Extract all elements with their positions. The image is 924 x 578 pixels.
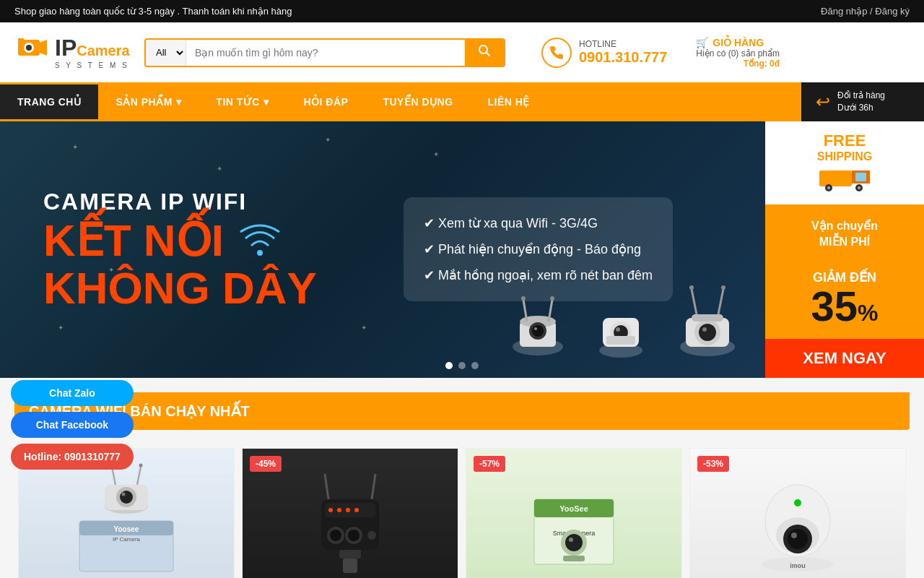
cart-area[interactable]: 🛒 GIỎ HÀNG Hiện có (0) sản phẩm Tổng: 0đ — [696, 37, 780, 69]
percent-sign: % — [858, 300, 878, 327]
svg-point-22 — [616, 327, 620, 332]
svg-rect-23 — [606, 336, 635, 345]
svg-marker-3 — [40, 40, 47, 56]
camera-image-3: YooSee Smart Camera — [523, 463, 624, 578]
nav-return[interactable]: ↩ Đổi trả hàng Dưới 36h — [801, 82, 924, 121]
search-bar: All — [144, 38, 505, 67]
chevron-down-icon-2: ▾ — [263, 96, 269, 108]
product-card-2[interactable]: -45% — [242, 448, 458, 578]
nav-item-news[interactable]: TIN TỨC ▾ — [199, 85, 286, 119]
svg-rect-34 — [819, 171, 852, 186]
banner-cameras — [505, 275, 744, 363]
navigation: TRANG CHỦ SẢN PHẨM ▾ TIN TỨC ▾ HỎI ĐÁP T… — [0, 82, 924, 121]
svg-point-61 — [328, 508, 333, 512]
svg-point-57 — [330, 530, 341, 541]
cart-title: 🛒 GIỎ HÀNG — [696, 37, 780, 48]
svg-point-2 — [26, 45, 32, 51]
svg-point-7 — [257, 250, 263, 256]
svg-point-63 — [346, 508, 350, 512]
svg-line-30 — [692, 289, 697, 314]
svg-line-52 — [137, 467, 141, 485]
discount-badge-3: -57% — [474, 456, 505, 472]
chat-facebook-button[interactable]: Chat Facebook — [11, 412, 134, 438]
van-chuyen-text: Vận chuyểnMIỄN PHÍ — [804, 211, 885, 258]
discount-percent: 35 — [811, 285, 858, 327]
xem-ngay-button[interactable]: XEM NGAY — [765, 339, 924, 378]
svg-rect-36 — [855, 173, 866, 181]
discount-badge-2: -45% — [250, 456, 282, 472]
header: IPCamera S Y S T E M S All HOTLINE 0901.… — [0, 22, 924, 82]
banner-line1: CAMERA IP WIFI — [43, 189, 317, 215]
svg-point-28 — [702, 327, 707, 332]
svg-text:Yoosee: Yoosee — [114, 525, 139, 533]
star-decoration-6: ✦ — [361, 324, 367, 332]
camera-image-1: Yoosee IP Camera — [72, 463, 180, 578]
nav-item-products[interactable]: SẢN PHẨM ▾ — [98, 85, 199, 119]
svg-rect-29 — [692, 314, 723, 322]
svg-point-82 — [791, 532, 797, 538]
svg-point-75 — [569, 538, 573, 542]
hotline-area: HOTLINE 0901.310.777 — [541, 38, 667, 68]
floating-buttons: Chat Zalo Chat Facebook Hotline: 0901310… — [11, 380, 134, 470]
product-card-4[interactable]: -53% imou — [689, 448, 906, 578]
svg-point-40 — [858, 186, 860, 189]
login-link[interactable]: Đăng nhập / Đăng ký — [821, 6, 910, 17]
return-text: Đổi trả hàng Dưới 36h — [837, 90, 885, 114]
free-shipping-box: FREE SHIPPING — [765, 121, 924, 207]
product-image-2: -45% — [243, 449, 458, 578]
svg-point-12 — [532, 325, 544, 337]
feature-2: ✔ Phát hiện chuyển động - Báo động — [424, 236, 653, 262]
dot-3[interactable] — [471, 362, 479, 369]
wifi-signal — [238, 223, 282, 259]
feature-1: ✔ Xem từ xa qua Wifi - 3G/4G — [424, 210, 653, 236]
svg-rect-4 — [18, 38, 24, 42]
svg-line-68 — [372, 474, 375, 499]
svg-text:IP Camera: IP Camera — [113, 536, 141, 543]
svg-line-6 — [487, 53, 490, 56]
banner-right-panel: FREE SHIPPING Vận chuyểnMIỄN PHÍ GIẢM ĐẾ… — [765, 121, 924, 378]
svg-point-33 — [721, 285, 725, 290]
banner-text: CAMERA IP WIFI KẾT NỐI KHÔNG DÂY — [0, 167, 360, 332]
cart-info: Hiện có (0) sản phẩm — [696, 48, 780, 59]
shipping-label: SHIPPING — [772, 150, 917, 163]
svg-point-59 — [348, 530, 359, 541]
nav-item-contact[interactable]: LIÊN HỆ — [471, 85, 547, 119]
logo[interactable]: IPCamera S Y S T E M S — [14, 31, 130, 74]
camera-image-4: imou — [747, 463, 848, 578]
search-category-select[interactable]: All — [146, 40, 186, 66]
product-card-3[interactable]: -57% YooSee Smart Camera — [466, 448, 682, 578]
nav-item-faq[interactable]: HỎI ĐÁP — [286, 85, 365, 119]
cart-icon: 🛒 — [696, 37, 708, 48]
product-image-3: -57% YooSee Smart Camera — [466, 449, 681, 578]
discount-badge-4: -53% — [697, 456, 729, 472]
svg-point-62 — [337, 508, 341, 512]
svg-point-49 — [122, 492, 126, 496]
chat-zalo-button[interactable]: Chat Zalo — [11, 380, 134, 406]
nav-item-recruitment[interactable]: TUYỂN DỤNG — [365, 85, 470, 119]
hotline-button[interactable]: Hotline: 0901310777 — [11, 444, 134, 470]
hero-banner: ✦ ✦ ✦ ✦ ✦ ✦ ✦ CAMERA IP WIFI KẾT NỐI KHÔ… — [0, 121, 924, 378]
free-label: FREE — [772, 131, 917, 150]
svg-text:YooSee: YooSee — [559, 504, 588, 513]
return-icon: ↩ — [816, 92, 830, 112]
search-input[interactable] — [186, 40, 465, 66]
svg-point-15 — [521, 296, 526, 301]
camera-2 — [592, 289, 650, 363]
main-content: CAMERA WIFI BÁN CHẠY NHẤT Yoosee IP Came… — [0, 392, 924, 578]
star-decoration-7: ✦ — [433, 150, 439, 158]
svg-point-17 — [550, 296, 554, 301]
truck-icon — [816, 163, 873, 192]
dot-1[interactable] — [445, 362, 453, 369]
svg-text:imou: imou — [790, 562, 806, 569]
section-wrapper: CAMERA WIFI BÁN CHẠY NHẤT — [7, 392, 917, 430]
discount-box: GIẢM ĐẾN 35 % — [804, 262, 886, 335]
search-button[interactable] — [465, 40, 504, 66]
svg-point-38 — [827, 186, 830, 189]
svg-point-13 — [534, 327, 537, 330]
svg-point-48 — [120, 491, 133, 504]
svg-point-74 — [565, 534, 583, 551]
section-title: CAMERA WIFI BÁN CHẠY NHẤT — [14, 392, 910, 430]
logo-ip: IP — [55, 35, 77, 61]
nav-item-home[interactable]: TRANG CHỦ — [0, 85, 98, 119]
dot-2[interactable] — [458, 362, 466, 369]
